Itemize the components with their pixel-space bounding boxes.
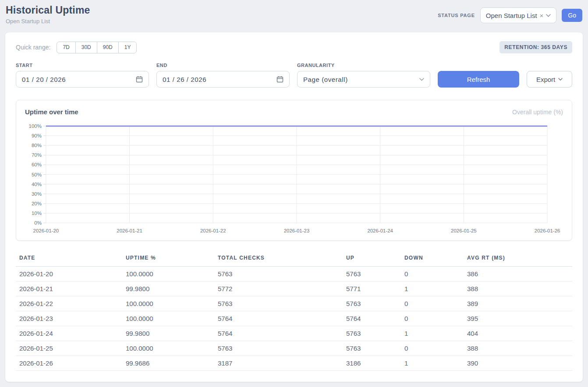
table-cell: 404 [464, 326, 572, 341]
table-row: 2026-01-20100.0000576357630386 [16, 267, 572, 281]
table-cell: 2026-01-20 [16, 267, 122, 281]
quick-range-1y-button[interactable]: 1Y [118, 42, 137, 53]
svg-text:10%: 10% [32, 211, 42, 216]
svg-text:30%: 30% [32, 191, 42, 197]
chart-title: Uptime over time [25, 108, 78, 116]
table-cell: 5772 [214, 281, 343, 296]
quick-range-30d-button[interactable]: 30D [75, 42, 97, 53]
go-button[interactable]: Go [562, 9, 582, 22]
table-cell: 5764 [343, 311, 401, 326]
uptime-line-chart: 100%90%80%70%60%50%40%30%20%10%0%2026-01… [25, 122, 563, 235]
table-cell: 100.0000 [122, 296, 214, 311]
table-row: 2026-01-22100.0000576357630389 [16, 296, 572, 311]
table-cell: 1 [401, 281, 464, 296]
retention-badge: RETENTION: 365 DAYS [499, 41, 572, 53]
granularity-selected-value: Page (overall) [303, 76, 348, 83]
table-cell: 5763 [343, 341, 401, 356]
export-button[interactable]: Export [527, 71, 572, 88]
svg-text:70%: 70% [32, 152, 42, 158]
end-date-label: END [156, 63, 290, 68]
start-date-field: START 01 / 20 / 2026 [16, 63, 149, 88]
table-cell: 100.0000 [122, 311, 214, 326]
svg-text:50%: 50% [32, 172, 42, 177]
chevron-down-icon [558, 78, 563, 81]
table-cell: 5763 [343, 296, 401, 311]
quick-range-7d-button[interactable]: 7D [57, 42, 75, 53]
start-date-input[interactable]: 01 / 20 / 2026 [16, 71, 149, 88]
table-cell: 3187 [214, 356, 343, 371]
quick-range-label: Quick range: [16, 44, 50, 51]
svg-text:2026-01-22: 2026-01-22 [200, 228, 226, 233]
table-row: 2026-01-25100.0000576357630388 [16, 341, 572, 356]
filters-row: START 01 / 20 / 2026 END 01 / 26 / 2026 … [16, 63, 572, 88]
page-title: Historical Uptime [6, 4, 90, 16]
table-cell: 5764 [214, 326, 343, 341]
table-cell: 1 [401, 356, 464, 371]
svg-text:2026-01-24: 2026-01-24 [367, 228, 393, 233]
end-date-value: 01 / 26 / 2026 [163, 76, 206, 83]
column-header: UP [343, 251, 401, 267]
svg-text:0%: 0% [34, 220, 42, 225]
svg-text:100%: 100% [29, 123, 42, 129]
status-page-select[interactable]: Open Startup List × [480, 7, 557, 23]
table-cell: 5763 [214, 296, 343, 311]
uptime-chart-card: Uptime over time Overall uptime (%) 100%… [16, 100, 572, 241]
page-subtitle: Open Startup List [6, 18, 90, 25]
status-page-selected-value: Open Startup List [486, 12, 537, 19]
granularity-label: GRANULARITY [297, 63, 430, 68]
table-cell: 0 [401, 296, 464, 311]
svg-text:60%: 60% [32, 162, 42, 167]
svg-text:2026-01-23: 2026-01-23 [284, 228, 310, 233]
chevron-down-icon [546, 14, 551, 17]
chart-legend: Overall uptime (%) [512, 109, 563, 116]
uptime-chart-svg: 100%90%80%70%60%50%40%30%20%10%0%2026-01… [25, 122, 563, 235]
table-cell: 0 [401, 267, 464, 281]
table-body: 2026-01-20100.00005763576303862026-01-21… [16, 267, 572, 371]
table-cell: 100.0000 [122, 341, 214, 356]
table-cell: 389 [464, 296, 572, 311]
table-cell: 2026-01-22 [16, 296, 122, 311]
table-cell: 5771 [343, 281, 401, 296]
table-cell: 2026-01-26 [16, 356, 122, 371]
granularity-select[interactable]: Page (overall) [297, 71, 430, 88]
column-header: DATE [16, 251, 122, 267]
uptime-table: DATEUPTIME %TOTAL CHECKSUPDOWNAVG RT (MS… [16, 251, 572, 371]
table-cell: 390 [464, 356, 572, 371]
table-cell: 386 [464, 267, 572, 281]
end-date-field: END 01 / 26 / 2026 [156, 63, 290, 88]
svg-text:2026-01-20: 2026-01-20 [33, 228, 59, 233]
table-header: DATEUPTIME %TOTAL CHECKSUPDOWNAVG RT (MS… [16, 251, 572, 267]
table-cell: 5763 [343, 326, 401, 341]
svg-text:90%: 90% [32, 133, 42, 138]
column-header: UPTIME % [122, 251, 214, 267]
column-header: DOWN [401, 251, 464, 267]
table-row: 2026-01-2699.9686318731861390 [16, 356, 572, 371]
chart-header: Uptime over time Overall uptime (%) [25, 108, 563, 116]
quick-range-group: 7D30D90D1Y [57, 42, 137, 53]
quick-range-90d-button[interactable]: 90D [97, 42, 119, 53]
clear-selection-icon[interactable]: × [540, 12, 544, 19]
table-cell: 3186 [343, 356, 401, 371]
svg-text:2026-01-25: 2026-01-25 [451, 228, 477, 233]
quick-range-row: Quick range: 7D30D90D1Y RETENTION: 365 D… [16, 41, 572, 53]
page-header: Historical Uptime Open Startup List STAT… [0, 0, 588, 32]
start-date-value: 01 / 20 / 2026 [22, 76, 66, 83]
export-button-label: Export [536, 76, 555, 83]
refresh-button[interactable]: Refresh [438, 71, 519, 88]
svg-text:20%: 20% [32, 201, 42, 206]
table-cell: 2026-01-25 [16, 341, 122, 356]
svg-text:80%: 80% [32, 143, 42, 148]
table-cell: 5764 [214, 311, 343, 326]
column-header: AVG RT (MS) [464, 251, 572, 267]
table-cell: 5763 [343, 267, 401, 281]
table-row: 2026-01-23100.0000576457640395 [16, 311, 572, 326]
table-cell: 388 [464, 281, 572, 296]
column-header: TOTAL CHECKS [214, 251, 343, 267]
header-actions: STATUS PAGE Open Startup List × Go [438, 7, 582, 23]
table-cell: 2026-01-24 [16, 326, 122, 341]
table-cell: 2026-01-21 [16, 281, 122, 296]
status-page-label: STATUS PAGE [438, 13, 475, 18]
calendar-icon[interactable] [276, 76, 283, 83]
end-date-input[interactable]: 01 / 26 / 2026 [156, 71, 290, 88]
calendar-icon[interactable] [136, 76, 143, 83]
